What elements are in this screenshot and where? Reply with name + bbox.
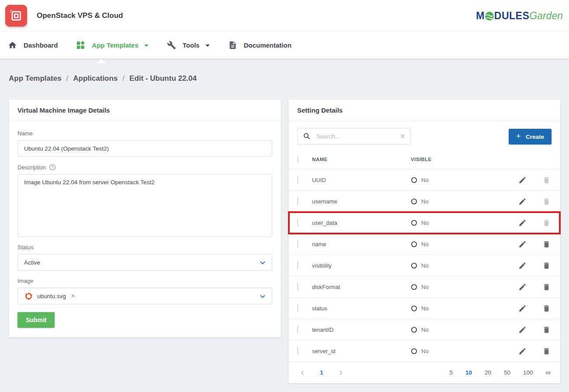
row-checkbox[interactable] [297, 347, 298, 355]
row-name: username [312, 198, 411, 205]
chevron-down-icon [144, 45, 149, 47]
row-visible: No [411, 348, 517, 354]
chevron-left-icon [298, 368, 307, 377]
visible-label: No [421, 348, 429, 354]
image-select[interactable]: ubuntu.svg ✕ [17, 288, 272, 304]
table-row: user_data No [288, 212, 560, 233]
row-visible: No [411, 241, 517, 248]
delete-button[interactable] [541, 261, 552, 271]
row-checkbox[interactable] [297, 325, 298, 334]
card-title: Setting Details [288, 100, 560, 121]
table-row: status No [288, 297, 560, 319]
trash-icon [542, 240, 551, 248]
row-visible: No [411, 284, 517, 290]
delete-button[interactable] [541, 282, 552, 292]
settings-toolbar: ✕ + Create [288, 121, 560, 150]
status-label: Status [17, 244, 272, 251]
setting-details-card: Setting Details ✕ + Create NAME VISIBLE … [288, 100, 560, 383]
main-nav: Dashboard App Templates Tools Documentat… [0, 31, 569, 58]
document-icon [228, 41, 237, 50]
edit-button[interactable] [517, 325, 527, 335]
delete-button[interactable] [541, 346, 552, 356]
grid-icon [76, 41, 85, 50]
nav-item-tools[interactable]: Tools [158, 31, 219, 58]
row-name: diskFormat [312, 284, 411, 290]
name-field[interactable] [17, 140, 272, 157]
page-size-option[interactable]: 5 [449, 369, 453, 376]
page-size-option[interactable]: ∞ [546, 369, 551, 377]
row-checkbox[interactable] [297, 240, 298, 248]
edit-button[interactable] [517, 261, 527, 271]
plus-icon: + [516, 131, 521, 141]
radio-unchecked-icon [411, 305, 417, 312]
nav-item-documentation[interactable]: Documentation [219, 31, 301, 58]
status-select[interactable]: Active [17, 254, 272, 271]
delete-button[interactable] [541, 175, 552, 185]
table-row: name No [288, 233, 560, 254]
table-row: tenantID No [288, 319, 560, 340]
clear-search-icon[interactable]: ✕ [400, 133, 405, 140]
breadcrumb-app-templates[interactable]: App Templates [9, 74, 62, 83]
select-all-checkbox[interactable] [297, 156, 298, 162]
radio-unchecked-icon [411, 262, 417, 269]
remove-image-icon[interactable]: ✕ [70, 293, 76, 299]
page-number[interactable]: 1 [320, 369, 323, 376]
radio-unchecked-icon [411, 198, 417, 205]
table-row: visibility No [288, 254, 560, 276]
description-field[interactable]: Image Ubuntu 22.04 from server Openstack… [17, 174, 272, 237]
edit-button[interactable] [517, 346, 527, 356]
row-checkbox[interactable] [297, 282, 298, 291]
vm-image-details-card: Virtual Machine Image Details Name Descr… [9, 100, 281, 337]
pencil-icon [518, 326, 527, 334]
chevron-right-icon [337, 368, 345, 377]
next-page-button[interactable] [337, 368, 345, 377]
edit-button[interactable] [517, 282, 527, 292]
table-header: NAME VISIBLE [288, 150, 560, 169]
table-row: server_id No [288, 340, 560, 361]
delete-button[interactable] [541, 303, 552, 313]
create-button[interactable]: + Create [509, 129, 552, 144]
edit-button[interactable] [517, 239, 527, 249]
page-size-option[interactable]: 20 [485, 369, 491, 376]
row-checkbox[interactable] [297, 261, 298, 269]
page-size-option[interactable]: 50 [504, 369, 510, 376]
row-checkbox[interactable] [297, 218, 298, 227]
trash-icon [542, 347, 551, 355]
top-header: OpenStack VPS & Cloud MDULESGarden [0, 0, 569, 31]
submit-button[interactable]: Submit [17, 312, 55, 328]
globe-icon [484, 11, 495, 21]
column-header-visible: VISIBLE [411, 157, 517, 162]
row-visible: No [411, 220, 517, 226]
status-value: Active [24, 259, 40, 266]
visible-label: No [421, 262, 429, 269]
description-label-text: Description [17, 164, 46, 171]
breadcrumb-applications[interactable]: Applications [73, 74, 118, 83]
row-checkbox[interactable] [297, 175, 298, 184]
nav-item-app-templates[interactable]: App Templates [67, 31, 157, 58]
delete-button[interactable] [541, 196, 552, 206]
edit-button[interactable] [517, 175, 527, 185]
page-size-option[interactable]: 10 [465, 369, 472, 376]
column-header-name: NAME [312, 157, 411, 162]
pencil-icon [518, 347, 527, 355]
edit-button[interactable] [517, 196, 527, 206]
settings-table-body: UUID No username No [288, 169, 560, 361]
help-icon[interactable]: ? [49, 164, 56, 171]
chevron-down-icon [205, 45, 210, 47]
edit-button[interactable] [517, 218, 527, 228]
trash-icon [542, 283, 551, 291]
nav-item-dashboard[interactable]: Dashboard [7, 31, 67, 58]
page-size-option[interactable]: 100 [523, 369, 533, 376]
visible-label: No [421, 327, 429, 333]
delete-button[interactable] [541, 325, 552, 335]
delete-button[interactable] [541, 218, 552, 228]
row-checkbox[interactable] [297, 304, 298, 312]
edit-button[interactable] [517, 303, 527, 313]
row-checkbox[interactable] [297, 197, 298, 205]
ubuntu-icon [24, 292, 33, 301]
search-input[interactable] [316, 133, 395, 140]
image-chip: ubuntu.svg ✕ [24, 292, 76, 301]
delete-button[interactable] [541, 239, 552, 249]
visible-label: No [421, 198, 429, 205]
previous-page-button[interactable] [298, 368, 307, 377]
